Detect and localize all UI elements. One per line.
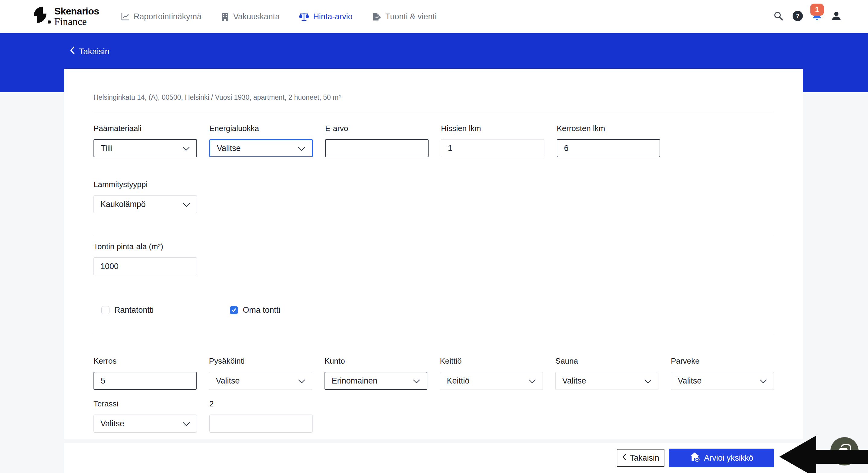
rantatontti-checkbox-group[interactable]: Rantatontti [101, 305, 154, 315]
paamateriaali-select[interactable]: Tiili [93, 139, 197, 157]
hissien-lkm-input[interactable] [448, 139, 537, 157]
nav-label: Vakuuskanta [233, 12, 280, 22]
form-footer: Takaisin Arvioi yksikkö [64, 443, 803, 473]
checkbox-label: Oma tontti [243, 305, 280, 315]
field-tontin-pinta-ala: Tontin pinta-ala (m²) [93, 242, 197, 275]
field-label: Kerrosten lkm [557, 124, 660, 133]
field-kunto: Kunto Erinomainen [324, 356, 428, 390]
top-actions: ? 1 [773, 0, 842, 33]
field-kerrosten-lkm: Kerrosten lkm [557, 124, 660, 157]
chat-widget-button[interactable] [830, 437, 859, 466]
help-icon: ? [792, 10, 803, 23]
page: Skenarios Finance Raportointinäkymä [0, 0, 868, 473]
field-label: Hissien lkm [441, 124, 545, 133]
account-button[interactable] [831, 11, 842, 22]
app-logo[interactable]: Skenarios Finance [34, 5, 99, 28]
field-label: Pysäköinti [209, 356, 312, 366]
chevron-left-icon [622, 453, 627, 463]
nav-item-tuonti-vienti[interactable]: Tuonti & vienti [372, 12, 437, 22]
checkbox-label: Rantatontti [114, 305, 154, 315]
oma-tontti-checkbox-group[interactable]: Oma tontti [230, 305, 280, 315]
field-energialuokka: Energialuokka Valitse [209, 124, 313, 157]
field-label: Tontin pinta-ala (m²) [93, 242, 197, 251]
notifications-button[interactable]: 1 [811, 11, 823, 22]
terassi-select[interactable]: Valitse [93, 414, 197, 433]
field-label: Lämmitystyyppi [93, 179, 197, 189]
field-label: E-arvo [325, 124, 429, 133]
nav-item-vakuuskanta[interactable]: Vakuuskanta [221, 12, 280, 22]
building-icon [221, 12, 229, 21]
chevron-down-icon [298, 376, 305, 385]
evaluate-unit-button[interactable]: Arvioi yksikkö [669, 449, 774, 467]
divider [93, 235, 774, 235]
chevron-down-icon [644, 376, 651, 385]
chevron-down-icon [529, 376, 536, 385]
selected-value: Valitse [678, 376, 702, 385]
nav-item-raportointinakyma[interactable]: Raportointinäkymä [121, 12, 202, 22]
kerrosten-lkm-input[interactable] [564, 140, 653, 157]
keittio-select[interactable]: Keittiö [440, 372, 543, 390]
kunto-select[interactable]: Erinomainen [324, 372, 428, 390]
logo-text-line2: Finance [54, 16, 99, 27]
back-button[interactable]: Takaisin [617, 449, 664, 467]
field-label: Kunto [324, 356, 428, 366]
selected-value: Tiili [101, 144, 113, 153]
selected-value: Valitse [562, 376, 586, 385]
selected-value: Valitse [100, 419, 124, 429]
oma-tontti-checkbox[interactable] [230, 306, 238, 314]
field-label: Kerros [93, 356, 197, 366]
field-label: Sauna [555, 356, 658, 366]
evaluate-unit-label: Arvioi yksikkö [704, 453, 753, 463]
field-pysakointi: Pysäköinti Valitse [209, 356, 312, 390]
nav-label: Raportointinäkymä [134, 12, 202, 22]
selected-value: Valitse [216, 376, 240, 385]
scale-icon [299, 11, 309, 22]
user-icon [831, 10, 842, 23]
chevron-down-icon [183, 144, 190, 153]
energialuokka-select[interactable]: Valitse [209, 139, 313, 157]
nav-item-hinta-arvio[interactable]: Hinta-arvio [299, 11, 352, 22]
lammitystyyppi-select[interactable]: Kaukolämpö [93, 195, 197, 213]
parveke-select[interactable]: Valitse [671, 372, 774, 390]
field-paamateriaali: Päämateriaali Tiili [93, 124, 197, 157]
chat-bubbles-icon [837, 444, 852, 459]
logo-text-line1: Skenarios [54, 6, 99, 16]
field-label: 2 [209, 399, 313, 408]
sauna-select[interactable]: Valitse [555, 372, 658, 390]
field-huoneet-2: 2 [209, 399, 313, 433]
field-kerros: Kerros [93, 356, 197, 390]
kerros-input[interactable] [101, 372, 189, 389]
search-icon [773, 11, 783, 22]
help-button[interactable]: ? [792, 11, 803, 22]
field-label: Päämateriaali [93, 124, 197, 133]
property-summary: Helsinginkatu 14, (A), 00500, Helsinki /… [93, 93, 774, 102]
unit-form-card: Helsinginkatu 14, (A), 00500, Helsinki /… [64, 69, 803, 439]
chevron-down-icon [760, 376, 767, 385]
svg-text:?: ? [796, 13, 800, 19]
field-terassi: Terassi Valitse [93, 399, 197, 433]
field-label: Parveke [671, 356, 774, 366]
selected-value: Kaukolämpö [100, 200, 146, 209]
field-label: Keittiö [440, 356, 543, 366]
banner-back-label: Takaisin [79, 47, 110, 56]
chevron-down-icon [298, 144, 305, 153]
main-nav: Raportointinäkymä Vakuuskanta [121, 0, 437, 33]
selected-value: Valitse [217, 144, 241, 153]
tontin-pinta-ala-input[interactable] [100, 258, 190, 275]
search-button[interactable] [773, 11, 784, 22]
field-lammitystyyppi: Lämmitystyyppi Kaukolämpö [93, 179, 197, 213]
banner-back-link[interactable]: Takaisin [69, 46, 110, 57]
logo-icon [34, 5, 54, 28]
field-sauna: Sauna Valitse [555, 356, 658, 390]
pysakointi-select[interactable]: Valitse [209, 372, 312, 390]
e-arvo-input[interactable] [332, 140, 421, 157]
selected-value: Keittiö [447, 376, 469, 385]
field-hissien-lkm: Hissien lkm [441, 124, 545, 157]
field-label: Terassi [93, 399, 197, 408]
top-bar: Skenarios Finance Raportointinäkymä [0, 0, 868, 33]
notification-badge: 1 [810, 4, 824, 16]
line-chart-icon [121, 12, 130, 21]
field-label: Energialuokka [209, 124, 313, 133]
huoneet-2-input[interactable] [216, 415, 306, 432]
rantatontti-checkbox[interactable] [101, 306, 110, 314]
